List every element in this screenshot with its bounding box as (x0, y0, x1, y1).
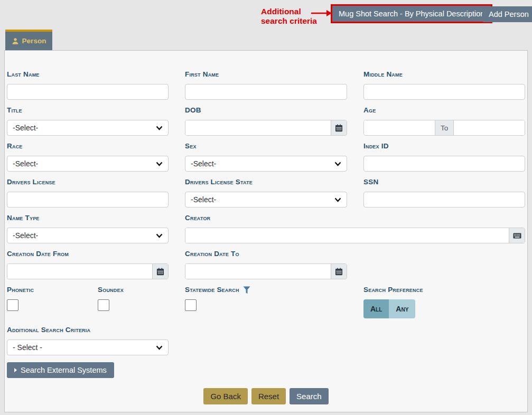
search-preference-all-option[interactable]: All (363, 299, 389, 318)
race-select-value: -Select- (13, 159, 156, 168)
creation-date-from-input[interactable] (7, 264, 152, 279)
statewide-search-checkbox[interactable] (185, 299, 197, 311)
tab-person-label: Person (22, 37, 46, 45)
calendar-icon-button[interactable] (331, 264, 347, 279)
field-sex: Sex -Select- (185, 142, 347, 172)
drivers-license-state-select[interactable]: -Select- (185, 192, 347, 208)
keyboard-icon-button[interactable] (509, 228, 525, 243)
age-to-separator: To (435, 120, 454, 135)
last-name-input[interactable] (7, 84, 169, 100)
search-preference-label: Search Preference (363, 286, 525, 294)
search-external-systems-label: Search External Systems (21, 366, 107, 374)
ssn-label: SSN (363, 178, 525, 186)
page-header: Additional search criteria Mug Shot Sear… (0, 0, 532, 30)
drivers-license-label: Drivers License (7, 178, 169, 186)
annotation-line-2: search criteria (261, 16, 317, 26)
spacer-column (363, 250, 525, 279)
creation-date-to-label: Creation Date To (185, 250, 347, 258)
creator-input-group (185, 228, 525, 243)
filter-icon[interactable] (243, 286, 250, 294)
middle-name-input[interactable] (363, 84, 525, 100)
creation-date-from-label: Creation Date From (7, 250, 169, 258)
tab-bar: Person (5, 30, 532, 50)
title-select[interactable]: -Select- (7, 120, 169, 136)
chevron-down-icon (156, 345, 163, 350)
creator-input[interactable] (185, 228, 509, 243)
field-title: Title -Select- (7, 106, 169, 136)
search-preference-toggle: All Any (363, 299, 415, 318)
first-name-input[interactable] (185, 84, 347, 100)
calendar-icon (335, 268, 343, 276)
field-creation-date-from: Creation Date From (7, 250, 169, 279)
chevron-down-icon (334, 197, 341, 202)
field-phonetic: Phonetic (7, 286, 98, 318)
age-range-group: To (363, 120, 525, 136)
form-row: Title -Select- DOB (7, 106, 525, 136)
search-form-panel: Last Name First Name Middle Name Title -… (4, 50, 528, 412)
name-type-label: Name Type (7, 214, 169, 222)
field-ssn: SSN (363, 178, 525, 208)
age-label: Age (363, 106, 525, 115)
annotation-text: Additional search criteria (261, 7, 317, 26)
drivers-license-state-select-value: -Select- (191, 195, 334, 204)
search-external-systems-button[interactable]: Search External Systems (7, 362, 114, 378)
field-race: Race -Select- (7, 142, 169, 172)
reset-button[interactable]: Reset (251, 388, 286, 404)
additional-search-criteria-label: Additional Search Criteria (7, 326, 169, 334)
phonetic-label: Phonetic (7, 286, 98, 294)
field-statewide-search: Statewide Search (185, 286, 347, 318)
form-row: Phonetic Soundex Statewide Search Search… (7, 286, 525, 318)
field-name-type: Name Type -Select- (7, 214, 169, 243)
form-row: Name Type -Select- Creator (7, 214, 525, 243)
name-type-select-value: -Select- (13, 231, 156, 240)
calendar-icon-button[interactable] (331, 120, 347, 135)
creator-label: Creator (185, 214, 525, 222)
sex-select[interactable]: -Select- (185, 156, 347, 172)
search-button[interactable]: Search (290, 388, 329, 404)
annotation-highlight-box: Mug Shot Search - By Physical Descriptio… (331, 4, 492, 23)
red-arrow-icon (311, 10, 332, 17)
last-name-label: Last Name (7, 70, 169, 79)
field-creator: Creator (185, 214, 525, 243)
dob-input[interactable] (185, 120, 331, 135)
first-name-label: First Name (185, 70, 347, 79)
form-row: Last Name First Name Middle Name (7, 70, 525, 100)
field-creation-date-to: Creation Date To (185, 250, 347, 279)
calendar-icon (156, 268, 164, 276)
dob-label: DOB (185, 106, 347, 115)
dob-input-group (185, 120, 347, 136)
age-from-input[interactable] (364, 120, 435, 135)
statewide-search-label: Statewide Search (185, 286, 239, 294)
creation-date-from-group (7, 263, 169, 279)
add-person-button[interactable]: Add Person (482, 6, 532, 22)
drivers-license-input[interactable] (7, 192, 169, 208)
index-id-input[interactable] (363, 156, 525, 172)
sex-select-value: -Select- (191, 159, 334, 168)
field-last-name: Last Name (7, 70, 169, 100)
title-label: Title (7, 106, 169, 115)
additional-search-criteria-select-value: - Select - (13, 343, 156, 352)
name-type-select[interactable]: -Select- (7, 228, 169, 243)
tab-person[interactable]: Person (5, 30, 52, 50)
creation-date-to-group (185, 263, 347, 279)
creation-date-to-input[interactable] (185, 264, 331, 279)
checkbox-columns: Phonetic Soundex (7, 286, 169, 318)
ssn-input[interactable] (363, 192, 525, 208)
form-row: Additional Search Criteria - Select - (7, 326, 525, 355)
form-row: Race -Select- Sex -Select- Index ID (7, 142, 525, 172)
field-index-id: Index ID (363, 142, 525, 172)
age-to-input[interactable] (454, 120, 525, 135)
form-row: Creation Date From (7, 250, 525, 279)
additional-search-criteria-select[interactable]: - Select - (7, 339, 169, 355)
calendar-icon-button[interactable] (152, 264, 168, 279)
soundex-label: Soundex (98, 286, 169, 294)
phonetic-checkbox[interactable] (7, 299, 18, 311)
race-select[interactable]: -Select- (7, 156, 169, 172)
go-back-button[interactable]: Go Back (203, 388, 248, 404)
expand-triangle-icon (14, 368, 17, 372)
field-middle-name: Middle Name (363, 70, 525, 100)
soundex-checkbox[interactable] (98, 299, 109, 311)
search-preference-any-option[interactable]: Any (389, 299, 415, 318)
field-drivers-license-state: Drivers License State -Select- (185, 178, 347, 208)
mugshot-search-button[interactable]: Mug Shot Search - By Physical Descriptio… (332, 6, 491, 22)
